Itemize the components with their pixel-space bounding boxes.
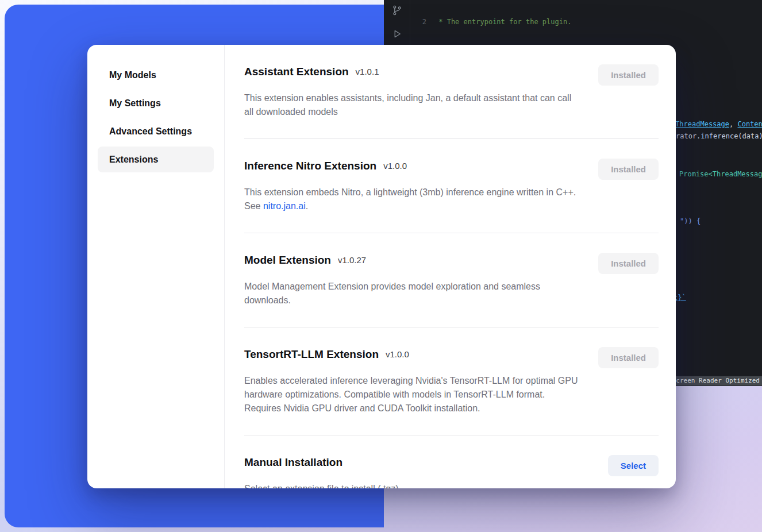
code-line: 2 * The entrypoint for the plugin. <box>410 17 762 27</box>
extension-title: Assistant Extension <box>244 64 349 79</box>
code-text: ThreadMessage <box>675 119 729 129</box>
sidebar-item-my-models[interactable]: My Models <box>98 62 214 88</box>
line-number: 2 <box>410 17 426 27</box>
code-text: ContentType <box>737 119 762 129</box>
nitro-jan-ai-link[interactable]: nitro.jan.ai <box>263 201 306 211</box>
extension-title: Model Extension <box>244 253 331 268</box>
manual-installation-title: Manual Installation <box>244 455 342 470</box>
installed-button[interactable]: Installed <box>598 253 659 274</box>
extension-description: This extension embeds Nitro, a lightweig… <box>244 186 579 213</box>
git-branch-icon[interactable] <box>391 5 403 16</box>
code-text: * The entrypoint for the plugin. <box>434 17 571 27</box>
desktop-background: 2 * The entrypoint for the plugin. 3 */ … <box>0 0 762 532</box>
installed-button[interactable]: Installed <box>598 347 659 368</box>
extension-description: This extension enables assistants, inclu… <box>244 91 579 119</box>
select-file-button[interactable]: Select <box>608 455 659 476</box>
extension-title: Inference Nitro Extension <box>244 159 376 174</box>
description-text: . <box>306 201 308 211</box>
manual-installation-description: Select an extension file to install (.tg… <box>244 482 579 488</box>
extension-version: v1.0.1 <box>356 64 379 79</box>
manual-installation-row: Manual Installation Select Select an ext… <box>244 435 659 488</box>
extension-version: v1.0.0 <box>383 159 407 174</box>
extension-description: Model Management Extension provides mode… <box>244 280 579 307</box>
extensions-panel: Assistant Extension v1.0.1 Installed Thi… <box>225 45 676 488</box>
code-fragment: rator.inference(data)); <box>676 132 762 140</box>
extension-row: TensortRT-LLM Extension v1.0.0 Installed… <box>244 327 659 435</box>
extension-version: v1.0.0 <box>386 347 409 362</box>
installed-button[interactable]: Installed <box>598 159 659 180</box>
sidebar-item-extensions[interactable]: Extensions <box>98 147 214 172</box>
run-debug-icon[interactable] <box>392 29 402 39</box>
sidebar-item-advanced-settings[interactable]: Advanced Settings <box>98 118 214 144</box>
installed-button[interactable]: Installed <box>598 64 659 86</box>
extension-version: v1.0.27 <box>338 253 366 268</box>
sidebar-item-my-settings[interactable]: My Settings <box>98 90 214 116</box>
code-fragment: ")) { <box>680 217 701 225</box>
code-text: , <box>729 119 737 129</box>
code-fragment: Promise<ThreadMessage> <box>679 170 762 178</box>
extension-row: Inference Nitro Extension v1.0.0 Install… <box>244 139 659 233</box>
screen-reader-notification[interactable]: Screen Reader Optimized <box>668 376 762 385</box>
extension-description: Enables accelerated inference leveraging… <box>244 374 579 415</box>
extension-row: Model Extension v1.0.27 Installed Model … <box>244 233 659 327</box>
extension-title: TensortRT-LLM Extension <box>244 347 379 362</box>
settings-sidebar: My Models My Settings Advanced Settings … <box>87 45 225 488</box>
settings-modal: My Models My Settings Advanced Settings … <box>87 45 676 488</box>
extension-row: Assistant Extension v1.0.1 Installed Thi… <box>244 62 659 139</box>
